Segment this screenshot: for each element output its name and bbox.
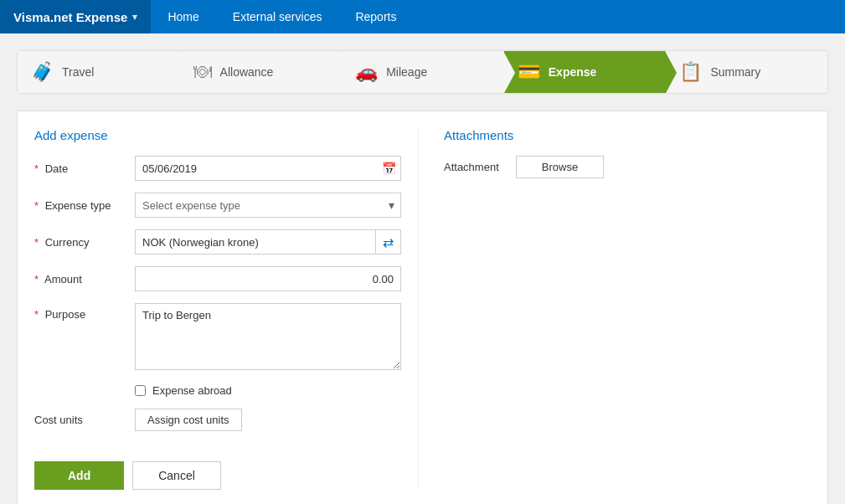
expense-type-select-wrapper: Select expense type ▾: [135, 193, 401, 218]
amount-label: * Amount: [34, 273, 135, 285]
form-action-buttons: Add Cancel: [34, 448, 401, 490]
main-content: 🧳 Travel 🍽 Allowance 🚗 Mileage 💳 Expense…: [0, 33, 845, 504]
add-button[interactable]: Add: [34, 461, 124, 490]
expense-type-label: * Expense type: [34, 199, 135, 212]
wizard-step-travel[interactable]: 🧳 Travel: [18, 51, 180, 93]
wizard-step-allowance[interactable]: 🍽 Allowance: [180, 51, 343, 93]
date-input[interactable]: [135, 156, 401, 181]
wizard-steps: 🧳 Travel 🍽 Allowance 🚗 Mileage 💳 Expense…: [17, 50, 828, 94]
date-wrapper: 📅: [135, 156, 401, 181]
attachment-label: Attachment: [444, 161, 499, 173]
expense-type-row: * Expense type Select expense type ▾: [34, 193, 401, 218]
purpose-row: * Purpose Trip to Bergen: [34, 303, 401, 373]
assign-cost-units-button[interactable]: Assign cost units: [135, 409, 242, 431]
attachments-title: Attachments: [444, 128, 811, 142]
attachments-section: Attachments Attachment Browse: [419, 128, 811, 490]
expense-icon: 💳: [518, 61, 540, 83]
currency-exchange-icon[interactable]: ⇄: [375, 230, 400, 254]
cost-units-label: Cost units: [34, 414, 135, 426]
add-expense-title: Add expense: [34, 128, 401, 142]
cost-units-row: Cost units Assign cost units: [34, 409, 401, 431]
date-row: * Date 📅: [34, 156, 401, 181]
currency-label: * Currency: [34, 236, 135, 249]
purpose-textarea[interactable]: Trip to Bergen: [135, 303, 401, 370]
expense-type-select[interactable]: Select expense type: [135, 193, 401, 218]
brand[interactable]: Visma.net Expense ▾: [0, 0, 151, 33]
nav-item-reports[interactable]: Reports: [338, 0, 413, 33]
allowance-icon: 🍽: [193, 61, 212, 83]
brand-name: Visma.net Expense: [13, 10, 127, 24]
calendar-icon[interactable]: 📅: [382, 162, 396, 175]
nav-item-home[interactable]: Home: [151, 0, 215, 33]
travel-icon: 🧳: [31, 61, 54, 83]
summary-label: Summary: [710, 65, 760, 79]
nav-item-external-services[interactable]: External services: [216, 0, 339, 33]
wizard-step-summary[interactable]: 📋 Summary: [666, 51, 827, 93]
form-container: Add expense * Date 📅 * Expense type: [17, 111, 828, 504]
top-navigation: Visma.net Expense ▾ Home External servic…: [0, 0, 845, 33]
currency-wrapper: NOK (Norwegian krone) ⇄: [135, 229, 401, 255]
date-label: * Date: [34, 162, 135, 175]
purpose-label: * Purpose: [34, 303, 135, 321]
expense-abroad-label[interactable]: Expense abroad: [152, 384, 232, 397]
amount-input[interactable]: [135, 266, 401, 291]
expense-label: Expense: [549, 65, 597, 79]
amount-row: * Amount: [34, 266, 401, 291]
summary-icon: 📋: [679, 61, 702, 83]
add-expense-form: Add expense * Date 📅 * Expense type: [34, 128, 419, 490]
attachment-row: Attachment Browse: [444, 156, 811, 178]
expense-abroad-row: Expense abroad: [34, 384, 401, 397]
travel-label: Travel: [62, 65, 94, 79]
brand-chevron-icon: ▾: [132, 12, 137, 23]
currency-value: NOK (Norwegian krone): [136, 236, 375, 249]
allowance-label: Allowance: [220, 65, 274, 79]
wizard-step-expense[interactable]: 💳 Expense: [504, 51, 667, 93]
expense-abroad-checkbox[interactable]: [135, 385, 146, 396]
mileage-icon: 🚗: [355, 61, 378, 83]
cancel-button[interactable]: Cancel: [132, 461, 221, 490]
purpose-wrapper: Trip to Bergen: [135, 303, 401, 373]
purpose-required: *: [34, 308, 39, 321]
date-required: *: [34, 162, 39, 175]
currency-required: *: [34, 236, 39, 249]
currency-row: * Currency NOK (Norwegian krone) ⇄: [34, 229, 401, 255]
wizard-step-mileage[interactable]: 🚗 Mileage: [342, 51, 504, 93]
mileage-label: Mileage: [386, 65, 427, 79]
browse-button[interactable]: Browse: [516, 156, 604, 178]
expense-type-required: *: [34, 199, 39, 212]
amount-required: *: [34, 273, 39, 285]
